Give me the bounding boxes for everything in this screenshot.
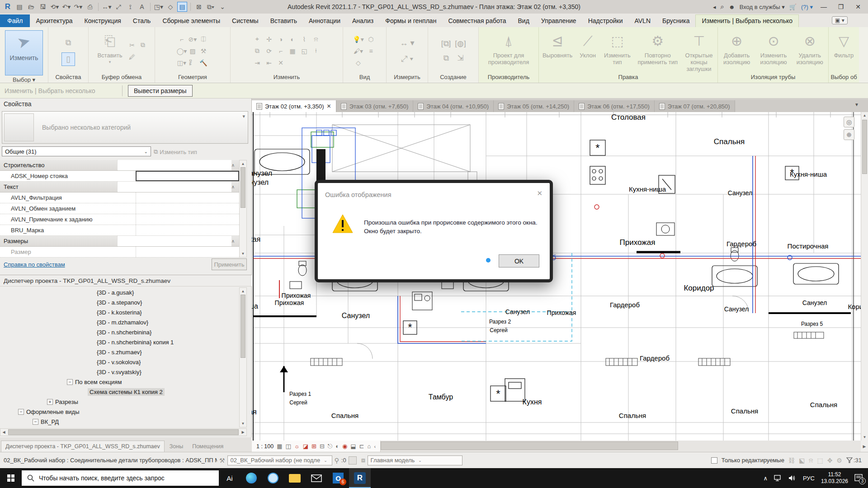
view-tab[interactable]: Этаж 05 (отм. +14,250) ✕: [494, 100, 574, 112]
sign-in-menu[interactable]: Вход в службы ▾: [740, 4, 785, 10]
display-dimensions-button[interactable]: Вывести размеры: [128, 85, 193, 97]
view-tab-overflow-icon[interactable]: ▼: [854, 102, 859, 107]
ribbon-tab[interactable]: Вид: [512, 15, 535, 27]
thin-lines-ribbon-icon[interactable]: ≡: [365, 46, 377, 56]
tree-horizontal-scrollbar[interactable]: ◀ ▶: [0, 428, 247, 436]
ribbon-tab[interactable]: Системы: [226, 15, 264, 27]
constraints-icon[interactable]: ⊏: [359, 443, 364, 450]
property-row[interactable]: AVLN_Обмен заданием ∧: [0, 203, 239, 214]
ribbon-display-toggle[interactable]: ▣ ▾: [827, 15, 852, 25]
zoom-control-icon[interactable]: ⊕: [844, 129, 854, 140]
thin-lines-icon[interactable]: ▤: [177, 2, 187, 12]
cut-icon[interactable]: ✂: [127, 40, 137, 51]
outlook-icon[interactable]: O 6: [327, 468, 349, 488]
extend-icon[interactable]: ⇥: [252, 57, 263, 68]
wall-joins-icon[interactable]: ⻊: [188, 57, 198, 68]
property-row[interactable]: Размер ∧: [0, 247, 239, 258]
app-store-cart-icon[interactable]: 🛒: [789, 4, 797, 10]
tray-expand-icon[interactable]: ∧: [763, 475, 768, 482]
justify-button[interactable]: ⊴ Выровнять: [541, 29, 574, 73]
tree-item[interactable]: {3D - m.dzhamalov}: [0, 317, 239, 327]
selection-settings-icon[interactable]: ⚙: [836, 457, 842, 464]
redo-icon[interactable]: ↷▾: [73, 2, 83, 12]
tree-item[interactable]: {3D - a.gusak}: [0, 287, 239, 297]
properties-help-link[interactable]: Справка по свойствам: [4, 261, 65, 268]
unpin-icon[interactable]: ⍿: [311, 46, 321, 56]
collapse-bar-icon[interactable]: ‹: [374, 444, 376, 449]
scroll-left-icon[interactable]: ◀: [0, 429, 7, 436]
crop-view-icon[interactable]: ⊞: [311, 443, 316, 450]
worksets-icon[interactable]: ⚒: [219, 457, 225, 464]
help-icon[interactable]: (?) ▾: [801, 4, 813, 10]
split-face-icon[interactable]: ▨: [188, 46, 198, 56]
ribbon-tab[interactable]: Файл: [0, 14, 30, 27]
workset-dropdown[interactable]: 02_ВК_Рабочий набор (не подле ⌄: [227, 455, 332, 465]
select-by-face-icon[interactable]: ⬚: [817, 457, 823, 464]
close-button[interactable]: ✕: [852, 3, 864, 10]
drag-on-selection-icon[interactable]: ✥: [827, 457, 833, 464]
property-row[interactable]: ADSK_Номер стояка ∧: [0, 171, 239, 182]
edge-icon[interactable]: [241, 468, 262, 488]
sync-icon[interactable]: ⟲▾: [50, 2, 60, 12]
search-icon[interactable]: ⌕: [721, 3, 724, 11]
create-group-icon[interactable]: [⧉]: [439, 37, 453, 51]
tree-expander-icon[interactable]: −: [33, 419, 38, 425]
cap-open-ends-button[interactable]: ⊤ Открытые концы заглушки: [682, 29, 716, 73]
offset-icon[interactable]: ◯▾: [177, 46, 187, 56]
ribbon-tab[interactable]: Управление: [535, 15, 582, 27]
ribbon-tab[interactable]: Вставить: [264, 15, 303, 27]
section-icon[interactable]: ◇: [165, 2, 175, 12]
text-icon[interactable]: A: [137, 2, 147, 12]
tree-item[interactable]: {3D - s.zhumaev}: [0, 347, 239, 357]
properties-scrollbar[interactable]: ▲ ▼: [239, 160, 247, 258]
paste-button[interactable]: ⎗ Вставить▾: [95, 29, 124, 73]
create-similar-icon[interactable]: ⧉: [439, 52, 453, 65]
edit-insulation-button[interactable]: ⊙ Изменить изоляцию: [756, 29, 790, 73]
ribbon-tab[interactable]: Аннотации: [303, 15, 346, 27]
revit-logo-icon[interactable]: R: [3, 2, 13, 12]
join-icon[interactable]: ⎅: [198, 34, 208, 45]
add-insulation-button[interactable]: ⊕ Добавить изоляцию: [720, 29, 754, 73]
tree-item[interactable]: − Оформленые виды: [0, 407, 239, 417]
tree-item[interactable]: Схема системы К1 копия 2: [0, 387, 239, 397]
tree-item[interactable]: {3D - k.kosterina}: [0, 307, 239, 317]
measure-ruler-icon[interactable]: ↔ ▾: [397, 35, 417, 51]
ribbon-tab[interactable]: Анализ: [346, 15, 379, 27]
taskbar-app-icon[interactable]: Ai: [219, 468, 241, 488]
tag-icon[interactable]: ⟟: [125, 2, 135, 12]
scroll-down-icon[interactable]: ▼: [240, 420, 246, 427]
render-icon[interactable]: ⬡: [365, 34, 377, 45]
restore-button[interactable]: ❐: [835, 3, 847, 10]
tree-expander-icon[interactable]: −: [18, 409, 24, 415]
property-row[interactable]: Строительство ∧: [0, 160, 239, 171]
trim-multi-icon[interactable]: ⇤: [264, 57, 274, 68]
unjoin-icon[interactable]: ◫▾: [177, 57, 187, 68]
scale-icon[interactable]: ◱: [299, 46, 310, 56]
view-tab[interactable]: Этаж 07 (отм. +20,850) ✕: [655, 100, 735, 112]
close-hidden-windows-icon[interactable]: ⊠: [194, 2, 204, 12]
design-to-fabrication-button[interactable]: ⍋ Проект для производителя: [481, 29, 537, 73]
property-row[interactable]: AVLN_Примечание к заданию ∧: [0, 214, 239, 225]
hide-isolate-icon[interactable]: ◐: [335, 443, 339, 450]
mail-icon[interactable]: [306, 468, 327, 488]
ribbon-tab[interactable]: Надстройки: [582, 15, 629, 27]
selection-filter-button[interactable]: :31: [846, 457, 862, 464]
scroll-up-icon[interactable]: ▲: [240, 160, 246, 167]
revit-taskbar-icon[interactable]: R: [349, 468, 371, 488]
design-options-dropdown[interactable]: Главная модель ⌄: [368, 455, 462, 465]
measure-icon[interactable]: ↔▾: [102, 2, 112, 12]
language-indicator[interactable]: РУС: [803, 475, 815, 482]
collapse-icon[interactable]: ∧: [231, 239, 239, 244]
minimize-button[interactable]: —: [817, 3, 830, 10]
tree-item[interactable]: + Разрезы: [0, 397, 239, 407]
worksharing-display-icon[interactable]: ⬓: [350, 443, 356, 450]
undo-icon[interactable]: ↶▾: [61, 2, 71, 12]
view-tab[interactable]: Этаж 06 (отм. +17,550) ✕: [574, 100, 655, 112]
close-icon[interactable]: ✕: [327, 103, 331, 109]
clock[interactable]: 11:52 13.03.2026: [821, 471, 848, 485]
reapply-type-button[interactable]: ⚙ Повторно применить тип: [636, 29, 679, 73]
ribbon-tab[interactable]: Архитектура: [30, 15, 78, 27]
modify-button[interactable]: ➤ Изменить: [5, 30, 43, 75]
view-tab[interactable]: Этаж 02 (отм. +3,350) ✕: [252, 100, 336, 112]
dimension-icon[interactable]: ⤢ ▾: [397, 52, 417, 67]
